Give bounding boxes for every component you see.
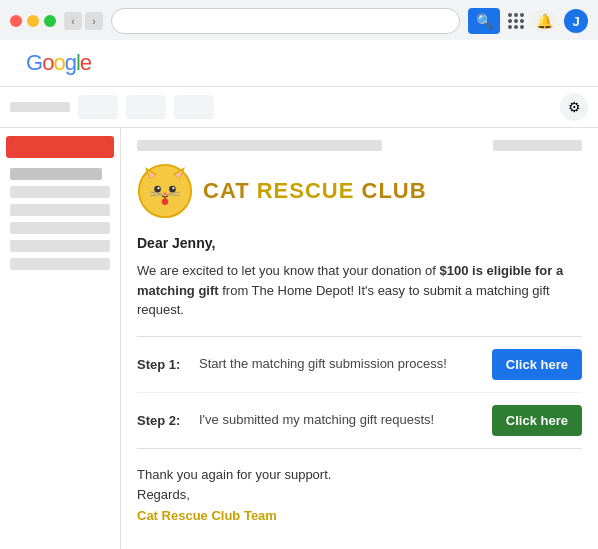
email-greeting: Dear Jenny, [137,235,582,251]
cat-icon [137,163,193,219]
settings-button[interactable]: ⚙ [560,93,588,121]
minimize-button[interactable] [27,15,39,27]
org-logo: CAT RESCUE CLUB [137,163,582,219]
logo-o2: o [53,50,64,75]
logo-e: e [80,50,91,75]
footer-line-1: Thank you again for your support. [137,465,582,486]
google-logo: Google [12,46,101,80]
svg-point-0 [139,165,191,217]
gmail-nav-label [10,102,70,112]
toolbar-button-3[interactable] [174,95,214,119]
org-name-cat: CAT [203,178,250,203]
search-icon: 🔍 [476,13,493,29]
step-2-row: Step 2: I've submitted my matching gift … [137,393,582,448]
email-footer: Thank you again for your support. Regard… [137,465,582,527]
gmail-main: CAT RESCUE CLUB Dear Jenny, We are excit… [0,128,598,549]
traffic-lights [10,15,56,27]
sidebar-item-sent[interactable] [10,222,110,234]
svg-point-6 [169,186,176,193]
step-1-row: Step 1: Start the matching gift submissi… [137,337,582,393]
org-name: CAT RESCUE CLUB [203,178,427,204]
logo-g: g [65,50,76,75]
svg-point-7 [157,187,159,189]
back-button[interactable]: ‹ [64,12,82,30]
avatar[interactable]: J [564,9,588,33]
step-1-button[interactable]: Click here [492,349,582,380]
browser-chrome: ‹ › 🔍 🔔 J [0,0,598,40]
notifications-icon[interactable]: 🔔 [532,9,556,33]
step-2-button[interactable]: Click here [492,405,582,436]
footer-team: Cat Rescue Club Team [137,506,582,527]
steps-section: Step 1: Start the matching gift submissi… [137,336,582,449]
close-button[interactable] [10,15,22,27]
google-topbar: Google [0,40,598,87]
forward-button[interactable]: › [85,12,103,30]
nav-buttons: ‹ › [64,12,103,30]
sidebar-item-starred[interactable] [10,186,110,198]
toolbar-button-1[interactable] [78,95,118,119]
svg-point-5 [154,186,161,193]
gmail-sidebar [0,128,120,549]
apps-icon[interactable] [508,13,524,29]
sidebar-item-drafts[interactable] [10,240,110,252]
browser-icons: 🔔 J [508,9,588,33]
email-subject-placeholder [137,140,382,151]
sidebar-item-snoozed[interactable] [10,204,110,216]
svg-point-9 [163,192,167,195]
gmail-toolbar: ⚙ [0,87,598,128]
logo-o1: o [42,50,53,75]
sidebar-item-inbox[interactable] [10,168,102,180]
toolbar-button-2[interactable] [126,95,166,119]
compose-button[interactable] [6,136,114,158]
titlebar: ‹ › 🔍 🔔 J [0,0,598,40]
step-1-desc: Start the matching gift submission proce… [199,355,480,373]
address-bar[interactable] [111,8,460,34]
body-text-1: We are excited to let you know that your… [137,263,440,278]
org-name-rescue: RESCUE [257,178,355,203]
step-1-label: Step 1: [137,357,187,372]
email-date-placeholder [493,140,582,151]
footer-line-2: Regards, [137,485,582,506]
step-2-desc: I've submitted my matching gift requests… [199,411,480,429]
org-name-club: CLUB [362,178,427,203]
logo-G: G [26,50,42,75]
maximize-button[interactable] [44,15,56,27]
svg-point-8 [172,187,174,189]
step-2-label: Step 2: [137,413,187,428]
email-area: CAT RESCUE CLUB Dear Jenny, We are excit… [120,128,598,549]
email-body: We are excited to let you know that your… [137,261,582,320]
search-button[interactable]: 🔍 [468,8,500,34]
sidebar-item-more[interactable] [10,258,110,270]
